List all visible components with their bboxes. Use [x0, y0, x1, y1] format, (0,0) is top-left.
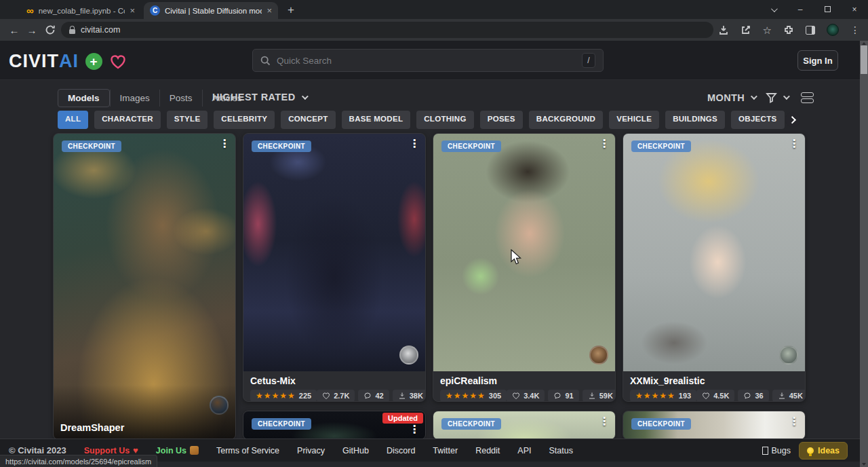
footer-right: Bugs Ideas	[762, 442, 860, 460]
share-icon[interactable]	[741, 24, 751, 35]
tab-posts[interactable]: Posts	[159, 90, 202, 107]
github-link[interactable]: GitHub	[342, 446, 369, 455]
creator-avatar[interactable]	[399, 345, 418, 365]
chips-scroll-right-button[interactable]	[785, 112, 800, 127]
heart-icon	[512, 392, 520, 400]
chevron-down-icon[interactable]	[751, 93, 757, 100]
scrollbar-thumb[interactable]	[861, 45, 867, 74]
status-link[interactable]: Status	[549, 446, 572, 455]
model-image[interactable]: CHECKPOINT ⋮	[243, 134, 425, 371]
bookmark-star-icon[interactable]: ☆	[763, 25, 772, 35]
reddit-link[interactable]: Reddit	[475, 446, 500, 455]
support-us-link[interactable]: Support Us ♥	[84, 445, 138, 455]
model-image[interactable]: CHECKPOINT ⋮	[623, 411, 805, 440]
close-tab-icon[interactable]: ×	[130, 6, 135, 15]
card-menu-icon[interactable]: ⋮	[789, 138, 800, 150]
model-card-xxmix-9realistic[interactable]: CHECKPOINT ⋮ XXMix_9realistic ★★★★★ 193 …	[623, 133, 806, 402]
card-menu-icon[interactable]: ⋮	[599, 415, 610, 428]
card-stats: ★★★★★ 305 3.4K 91	[440, 390, 608, 402]
chip-base-model[interactable]: BASE MODEL	[342, 111, 411, 129]
filter-funnel-icon[interactable]	[766, 92, 777, 103]
model-card-partial-3[interactable]: CHECKPOINT ⋮	[623, 411, 806, 440]
model-card-cetus-mix[interactable]: CHECKPOINT ⋮ Cetus-Mix ★★★★★ 225 2.7K	[243, 133, 426, 402]
bugs-link[interactable]: Bugs	[762, 446, 791, 455]
join-us-link[interactable]: Join Us	[156, 446, 199, 455]
model-image[interactable]: CHECKPOINT Updated ⋮	[243, 411, 425, 440]
model-card-epicrealism[interactable]: CHECKPOINT ⋮ epiCRealism ★★★★★ 305 3.4K	[433, 133, 616, 402]
heart-icon[interactable]	[110, 54, 126, 69]
chevron-down-icon[interactable]	[783, 93, 790, 100]
extensions-puzzle-icon[interactable]	[783, 24, 794, 35]
forward-button[interactable]: →	[23, 24, 41, 36]
maximize-button[interactable]	[814, 5, 841, 14]
model-image[interactable]: CHECKPOINT ⋮	[623, 134, 805, 371]
ideas-button[interactable]: Ideas	[799, 442, 848, 460]
reload-button[interactable]	[45, 24, 56, 35]
close-tab-icon[interactable]: ×	[267, 6, 272, 15]
create-plus-button[interactable]: +	[85, 53, 102, 70]
terms-link[interactable]: Terms of Service	[216, 446, 279, 455]
privacy-link[interactable]: Privacy	[297, 446, 325, 455]
layout-toggle-icon[interactable]	[801, 92, 814, 103]
creator-avatar[interactable]	[779, 345, 798, 365]
category-chips: ALL CHARACTER STYLE CELEBRITY CONCEPT BA…	[58, 111, 790, 129]
stat-group: 4.5K 36 45K	[696, 390, 806, 402]
minimize-button[interactable]: –	[787, 5, 814, 14]
lock-icon	[69, 29, 75, 34]
scroll-up-arrow[interactable]	[862, 42, 866, 45]
model-card-partial-2[interactable]: CHECKPOINT ⋮	[433, 411, 616, 440]
chip-character[interactable]: CHARACTER	[94, 111, 161, 129]
browser-tab-civitai[interactable]: C Civitai | Stable Diffusion models, ×	[144, 2, 278, 19]
tab-title: new_colab_file.ipynb - Colaborat	[39, 7, 125, 15]
sign-in-button[interactable]: Sign In	[797, 50, 838, 71]
civitai-logo[interactable]: CIVITAI +	[9, 51, 126, 72]
chip-clothing[interactable]: CLOTHING	[416, 111, 473, 129]
chip-celebrity[interactable]: CELEBRITY	[214, 111, 275, 129]
chip-all[interactable]: ALL	[58, 111, 88, 129]
back-button[interactable]: ←	[5, 24, 23, 36]
twitter-link[interactable]: Twitter	[433, 446, 458, 455]
tab-models[interactable]: Models	[58, 89, 110, 107]
model-card-dreamshaper[interactable]: CHECKPOINT ⋮ DreamShaper	[53, 133, 236, 440]
browser-tab-colab[interactable]: ∞ new_colab_file.ipynb - Colaborat ×	[20, 2, 141, 19]
model-image[interactable]: CHECKPOINT ⋮	[433, 411, 615, 440]
url-bar[interactable]: civitai.com	[61, 22, 713, 38]
discord-link[interactable]: Discord	[387, 446, 415, 455]
tab-images[interactable]: Images	[110, 90, 159, 107]
checkpoint-badge: CHECKPOINT	[631, 141, 691, 152]
toolbar-actions: ☆ ⋮	[718, 24, 868, 36]
card-menu-icon[interactable]: ⋮	[409, 138, 420, 150]
chip-buildings[interactable]: BUILDINGS	[665, 111, 725, 129]
creator-avatar[interactable]	[589, 345, 608, 365]
chevron-down-icon[interactable]	[760, 5, 787, 14]
sort-dropdown[interactable]: HIGHEST RATED	[212, 92, 307, 102]
model-image[interactable]: CHECKPOINT ⋮	[433, 134, 615, 371]
likes-pill: 2.7K	[317, 390, 355, 402]
scroll-down-arrow[interactable]	[862, 463, 866, 466]
card-menu-icon[interactable]: ⋮	[789, 415, 800, 428]
profile-avatar[interactable]	[827, 24, 839, 36]
comments-count: 91	[565, 392, 573, 400]
chip-background[interactable]: BACKGROUND	[529, 111, 603, 129]
chip-concept[interactable]: CONCEPT	[281, 111, 335, 129]
sidebar-icon[interactable]	[806, 26, 815, 35]
api-link[interactable]: API	[517, 446, 531, 455]
card-menu-icon[interactable]: ⋮	[219, 138, 230, 150]
quick-search-input[interactable]: Quick Search /	[252, 49, 604, 72]
close-window-button[interactable]: ×	[841, 5, 868, 14]
download-icon[interactable]	[718, 24, 729, 35]
model-card-partial-1[interactable]: CHECKPOINT Updated ⋮	[243, 411, 426, 440]
chip-objects[interactable]: OBJECTS	[731, 111, 784, 129]
page-scrollbar[interactable]	[860, 41, 868, 467]
chip-poses[interactable]: POSES	[480, 111, 523, 129]
chip-vehicle[interactable]: VEHICLE	[609, 111, 659, 129]
chip-style[interactable]: STYLE	[167, 111, 208, 129]
browser-menu-icon[interactable]: ⋮	[850, 24, 860, 35]
card-menu-icon[interactable]: ⋮	[409, 424, 420, 436]
new-tab-button[interactable]: +	[288, 3, 294, 17]
join-us-emoji	[190, 446, 199, 455]
period-dropdown[interactable]: MONTH	[707, 92, 745, 103]
card-menu-icon[interactable]: ⋮	[599, 138, 610, 150]
model-image[interactable]: CHECKPOINT ⋮ DreamShaper	[54, 134, 235, 439]
join-us-label: Join Us	[156, 446, 186, 455]
